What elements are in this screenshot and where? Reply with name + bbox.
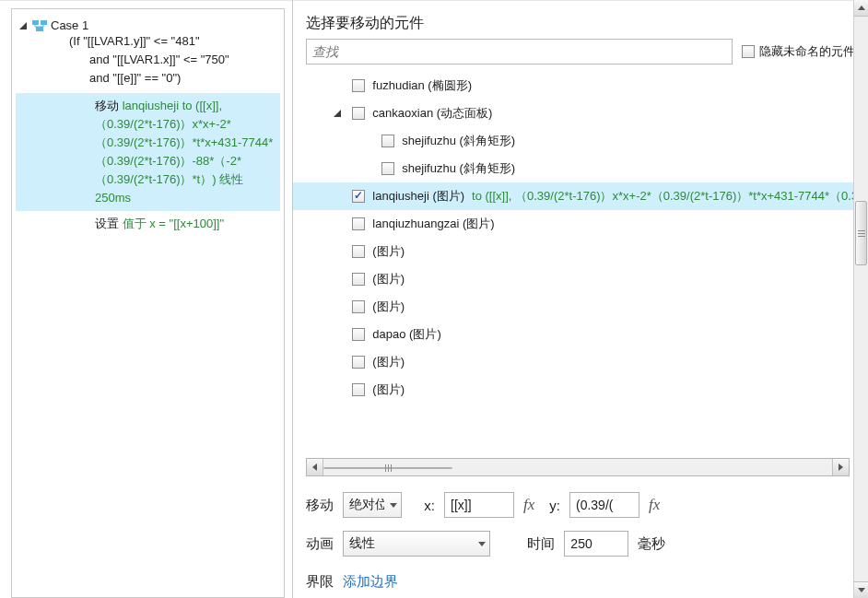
checkbox-icon[interactable] <box>381 162 394 175</box>
action-green: 值于 x = "[[x+100]]" <box>123 217 224 230</box>
y-label: y: <box>549 498 560 513</box>
y-input[interactable]: (0.39/( <box>569 492 639 518</box>
tree-item-suffix: to ([[x]], （0.39/(2*t-176)）x*x+-2*（0.39/… <box>472 188 868 205</box>
tree-item-label: cankaoxian (动态面板) <box>372 105 492 122</box>
checkbox-icon[interactable] <box>352 273 365 286</box>
checkbox-icon[interactable] <box>352 107 365 120</box>
time-input[interactable]: 250 <box>564 531 628 557</box>
expand-icon[interactable] <box>334 110 341 117</box>
tree-item-label: (图片) <box>372 271 405 287</box>
anim-type-select[interactable]: 线性 <box>343 531 490 557</box>
right-pane-title: 配置动作 <box>293 0 868 5</box>
action-green: lanqiusheji to ([[x]], （0.39/(2*t-176)）x… <box>95 99 273 205</box>
tree-item-label: (图片) <box>372 354 405 370</box>
limit-label: 界限 <box>306 573 334 591</box>
tree-row[interactable]: lanqiusheji (图片) to ([[x]], （0.39/(2*t-1… <box>293 182 868 210</box>
fx-button-y[interactable]: fx <box>649 496 660 514</box>
scroll-down-icon[interactable] <box>854 581 868 598</box>
case-editor: Case 1 (If "[[LVAR1.y]]" <= "481" and "[… <box>11 8 285 598</box>
tree-row[interactable]: (图片) <box>321 293 868 321</box>
checkbox-icon[interactable] <box>352 79 365 92</box>
search-input[interactable] <box>306 39 733 64</box>
scroll-thumb[interactable] <box>323 467 452 469</box>
condition-line: and "[[LVAR1.x]]" <= "750" <box>16 51 280 69</box>
tree-row[interactable]: dapao (图片) <box>321 321 868 348</box>
tree-item-label: lanqiusheji (图片) <box>372 188 464 205</box>
left-pane-title: 组织动作 <box>0 0 292 5</box>
checkbox-icon[interactable] <box>352 217 365 230</box>
chevron-down-icon <box>390 503 397 508</box>
tree-row[interactable]: lanqiuzhuangzai (图片) <box>321 210 868 238</box>
checkbox-icon[interactable] <box>352 245 365 258</box>
hide-unnamed-checkbox[interactable]: 隐藏未命名的元件 <box>742 43 855 60</box>
tree-row[interactable]: cankaoxian (动态面板) <box>321 100 868 127</box>
tree-item-label: (图片) <box>372 299 405 315</box>
time-label: 时间 <box>527 535 555 553</box>
tree-row[interactable]: (图片) <box>321 376 868 404</box>
expand-icon[interactable] <box>19 22 27 29</box>
checkbox-icon[interactable] <box>352 356 365 369</box>
svg-rect-2 <box>36 27 43 31</box>
tree-row[interactable]: (图片) <box>321 348 868 376</box>
tree-row[interactable]: shejifuzhu (斜角矩形) <box>321 127 868 155</box>
svg-rect-0 <box>32 20 39 25</box>
section-title: 选择要移动的元件 <box>306 14 855 33</box>
time-unit: 毫秒 <box>638 535 665 553</box>
anim-label: 动画 <box>306 535 334 553</box>
tree-item-label: (图片) <box>372 243 405 260</box>
move-label: 移动 <box>306 497 334 514</box>
x-input[interactable]: [[x]] <box>444 492 514 518</box>
tree-row[interactable]: shejifuzhu (斜角矩形) <box>321 155 868 182</box>
tree-item-label: (图片) <box>372 381 405 398</box>
action-set[interactable]: 设置 值于 x = "[[x+100]]" <box>16 215 280 233</box>
scroll-thumb[interactable] <box>855 201 867 265</box>
case-label: Case 1 <box>51 17 88 32</box>
tree-row[interactable]: fuzhudian (椭圆形) <box>321 72 868 100</box>
condition-line: and "[[e]]" == "0") <box>16 69 280 88</box>
scroll-right-icon[interactable] <box>832 459 849 475</box>
tree-item-label: dapao (图片) <box>372 326 440 343</box>
chevron-down-icon <box>478 542 486 546</box>
x-label: x: <box>424 498 435 513</box>
tree-item-label: fuzhudian (椭圆形) <box>372 77 472 94</box>
widget-tree[interactable]: fuzhudian (椭圆形)cankaoxian (动态面板)shejifuz… <box>293 68 868 418</box>
scroll-up-icon[interactable] <box>854 0 868 17</box>
case-icon <box>32 20 47 31</box>
action-prefix: 设置 <box>95 217 119 230</box>
case-row[interactable]: Case 1 <box>16 17 280 32</box>
tree-row[interactable]: (图片) <box>321 238 868 265</box>
checkbox-icon[interactable] <box>352 190 365 203</box>
tree-row[interactable]: (图片) <box>321 265 868 293</box>
action-prefix: 移动 <box>95 99 119 112</box>
tree-item-label: shejifuzhu (斜角矩形) <box>402 133 515 149</box>
vertical-scrollbar[interactable] <box>853 0 868 598</box>
scroll-left-icon[interactable] <box>307 459 323 475</box>
scroll-track[interactable] <box>854 17 868 581</box>
tree-item-label: lanqiuzhuangzai (图片) <box>372 216 494 232</box>
hide-unnamed-label: 隐藏未命名的元件 <box>759 43 855 60</box>
horizontal-scrollbar[interactable] <box>306 458 850 476</box>
checkbox-icon[interactable] <box>742 45 755 58</box>
add-limit-link[interactable]: 添加边界 <box>343 573 398 591</box>
condition-line: (If "[[LVAR1.y]]" <= "481" <box>16 32 280 51</box>
checkbox-icon[interactable] <box>352 328 365 341</box>
tree-item-label: shejifuzhu (斜角矩形) <box>402 160 515 177</box>
checkbox-icon[interactable] <box>352 383 365 396</box>
move-type-select[interactable]: 绝对位 <box>343 492 402 518</box>
fx-button-x[interactable]: fx <box>523 496 534 514</box>
checkbox-icon[interactable] <box>352 300 365 313</box>
svg-rect-1 <box>41 20 47 25</box>
action-move[interactable]: 移动 lanqiusheji to ([[x]], （0.39/(2*t-176… <box>16 93 280 211</box>
checkbox-icon[interactable] <box>381 135 394 147</box>
